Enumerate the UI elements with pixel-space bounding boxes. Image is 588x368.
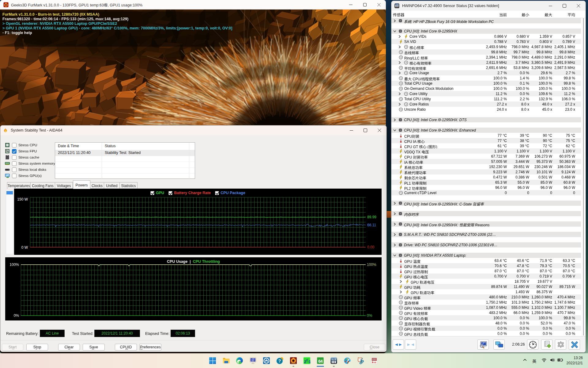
tray-time: 13:26 [567, 355, 583, 361]
speaker-icon[interactable] [550, 358, 555, 362]
wifi-icon[interactable] [541, 358, 547, 362]
tray-clock[interactable]: 13:26 2022/12/1 [567, 355, 583, 366]
ime-indicator[interactable]: 英 [532, 358, 537, 364]
tray-chevron-icon[interactable] [522, 358, 527, 362]
tab-powers[interactable]: Powers [73, 180, 90, 189]
battery-charging-icon[interactable] [557, 358, 563, 362]
tray-date: 2022/12/1 [567, 361, 583, 366]
